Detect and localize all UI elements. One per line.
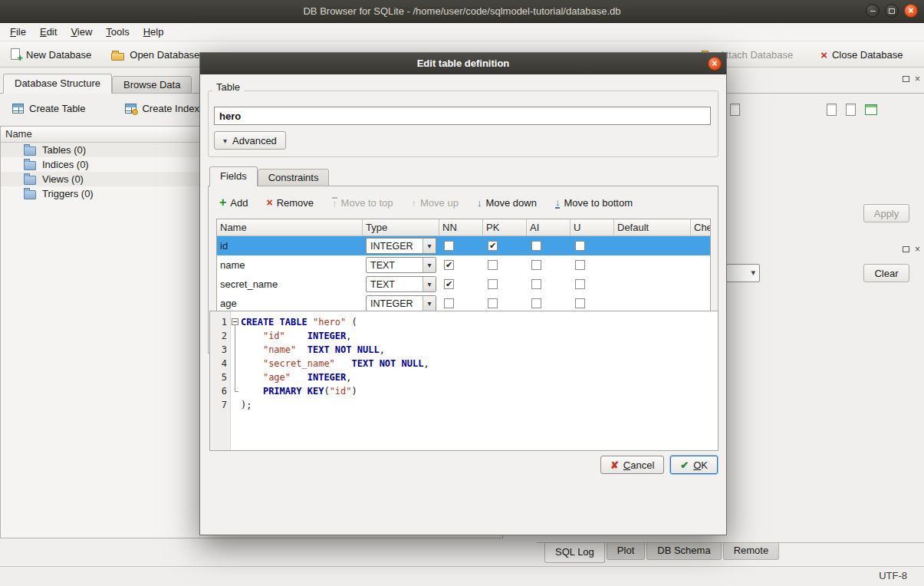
panel-icon-4[interactable]: [865, 104, 877, 117]
folder-icon: [24, 146, 36, 156]
fold-marker: [230, 329, 241, 343]
pk-checkbox[interactable]: [488, 298, 498, 308]
apply-button[interactable]: Apply: [863, 204, 909, 222]
field-row[interactable]: idINTEGER▾✔: [217, 236, 710, 255]
u-checkbox[interactable]: [575, 260, 585, 270]
main-tabs: Database StructureBrowse Data: [3, 74, 192, 94]
field-row[interactable]: nameTEXT▾✔: [217, 255, 710, 275]
clear-button[interactable]: Clear: [863, 264, 909, 282]
maximize-icon[interactable]: [885, 4, 899, 18]
close-database-button[interactable]: ×Close Database: [816, 48, 907, 62]
chevron-down-icon: ▾: [423, 239, 436, 253]
column-header-check[interactable]: Check: [691, 219, 711, 235]
field-type-combo[interactable]: INTEGER▾: [366, 238, 436, 254]
bottom-dock-tabs: SQL LogPlotDB SchemaRemote: [544, 543, 779, 563]
window-titlebar[interactable]: DB Browser for SQLite - /home/user/code/…: [0, 0, 924, 23]
nn-cell: ✔: [439, 275, 483, 294]
table-name-input[interactable]: [214, 107, 711, 125]
create-table-button[interactable]: Create Table: [6, 100, 91, 117]
close-panel-icon[interactable]: ×: [915, 74, 920, 84]
nn-checkbox[interactable]: [444, 241, 454, 251]
chevron-down-icon: ▾: [423, 258, 436, 272]
column-header-name[interactable]: Name: [217, 219, 363, 235]
minimize-icon[interactable]: [866, 4, 880, 18]
combo-value: TEXT: [370, 279, 395, 290]
float-panel-icon[interactable]: [903, 76, 909, 82]
dialog-close-icon[interactable]: ×: [708, 57, 722, 71]
u-checkbox[interactable]: [575, 241, 585, 251]
menu-item-help[interactable]: Help: [136, 25, 171, 39]
column-header-ai[interactable]: AI: [527, 219, 571, 235]
menu-item-edit[interactable]: Edit: [33, 25, 64, 39]
move-bottom-button[interactable]: ↓Move to bottom: [555, 197, 633, 209]
panel-icon-3[interactable]: [846, 104, 856, 118]
tab-fields[interactable]: Fields: [209, 166, 258, 186]
column-header-default[interactable]: Default: [614, 219, 691, 235]
remove-button[interactable]: ×Remove: [266, 197, 314, 209]
panel-icon-1[interactable]: [730, 104, 740, 118]
tab-database-structure[interactable]: Database Structure: [3, 74, 112, 94]
menu-item-tools[interactable]: Tools: [99, 25, 136, 39]
move-up-label: Move up: [420, 197, 459, 209]
main-window: DB Browser for SQLite - /home/user/code/…: [0, 0, 924, 586]
ai-checkbox[interactable]: [531, 260, 541, 270]
dock-controls-middle: ×: [903, 245, 920, 254]
column-header-nn[interactable]: NN: [439, 219, 483, 235]
bottom-tab-sql-log[interactable]: SQL Log: [544, 543, 605, 563]
move-up-button: ↑Move up: [412, 197, 459, 209]
new-database-button[interactable]: New Database: [5, 47, 96, 62]
column-header-u[interactable]: U: [571, 219, 614, 235]
tab-browse-data[interactable]: Browse Data: [112, 76, 192, 94]
sql-preview-lines: 1CREATE TABLE "hero" (2 "id" INTEGER,3 "…: [210, 315, 718, 412]
chevron-down-icon: ▾: [223, 137, 227, 145]
move-down-button[interactable]: ↓Move down: [477, 197, 537, 209]
add-button[interactable]: +Add: [219, 196, 248, 209]
chevron-down-icon: ▾: [751, 268, 755, 278]
close-icon[interactable]: ×: [904, 4, 918, 18]
cancel-button[interactable]: ✘ Cancel: [600, 456, 664, 474]
menu-item-file[interactable]: File: [3, 25, 33, 39]
u-checkbox[interactable]: [575, 279, 585, 289]
create-table-icon: [12, 104, 24, 114]
new-database-label: New Database: [26, 49, 91, 61]
field-type-combo[interactable]: TEXT▾: [366, 257, 436, 273]
sql-line: 5 "age" INTEGER,: [210, 370, 718, 384]
field-name-cell: id: [217, 236, 363, 255]
pk-checkbox[interactable]: [488, 260, 498, 270]
column-header-pk[interactable]: PK: [483, 219, 527, 235]
pk-checkbox[interactable]: [488, 279, 498, 289]
bottom-tab-remote[interactable]: Remote: [723, 543, 780, 560]
create-index-button[interactable]: Create Index: [119, 100, 205, 117]
field-type-combo[interactable]: INTEGER▾: [366, 295, 436, 311]
column-header-type[interactable]: Type: [363, 219, 439, 235]
ok-button[interactable]: ✔ OK: [670, 456, 718, 474]
nn-checkbox[interactable]: ✔: [444, 279, 454, 289]
float-panel-icon[interactable]: [903, 246, 909, 252]
dialog-titlebar[interactable]: Edit table definition ×: [200, 53, 726, 74]
pk-checkbox[interactable]: ✔: [488, 241, 498, 251]
document-icon: [730, 104, 740, 116]
field-type-combo[interactable]: TEXT▾: [366, 276, 436, 292]
close-panel-icon[interactable]: ×: [915, 245, 920, 254]
tree-item-label: Triggers (0): [42, 188, 94, 199]
nn-checkbox[interactable]: ✔: [444, 260, 454, 270]
open-database-button[interactable]: Open Database: [107, 47, 204, 62]
field-row[interactable]: secret_nameTEXT▾✔: [217, 275, 710, 294]
table-icon: [865, 104, 877, 115]
pk-cell: [483, 255, 527, 275]
collapse-icon[interactable]: [232, 318, 238, 325]
toolbar-left: New DatabaseOpen Database: [5, 44, 204, 65]
move-down-label: Move down: [485, 197, 536, 209]
nn-checkbox[interactable]: [444, 298, 454, 308]
u-checkbox[interactable]: [575, 298, 585, 308]
bottom-tab-plot[interactable]: Plot: [607, 543, 645, 560]
ai-checkbox[interactable]: [531, 279, 541, 289]
chevron-down-icon: ▾: [423, 277, 436, 291]
bottom-tab-db-schema[interactable]: DB Schema: [646, 543, 721, 560]
advanced-toggle[interactable]: ▾ Advanced: [214, 131, 286, 150]
ai-checkbox[interactable]: [531, 241, 541, 251]
tab-constraints[interactable]: Constraints: [258, 169, 330, 186]
menu-item-view[interactable]: View: [64, 25, 99, 39]
ai-checkbox[interactable]: [531, 298, 541, 308]
panel-icon-2[interactable]: [827, 104, 837, 118]
